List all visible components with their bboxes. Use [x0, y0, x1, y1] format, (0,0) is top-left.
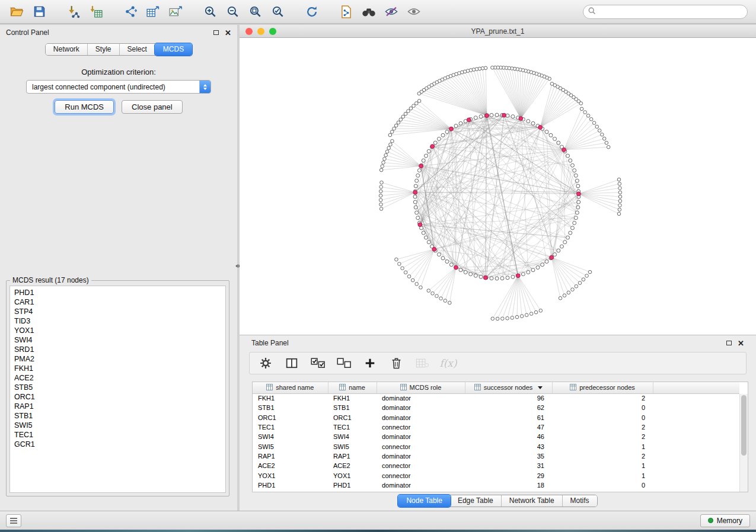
- cell-predecessor-nodes[interactable]: 2: [552, 393, 653, 403]
- table-row[interactable]: FKH1FKH1dominator962: [253, 393, 739, 403]
- close-panel-icon[interactable]: ✕: [225, 29, 231, 37]
- cell-shared-name[interactable]: ORC1: [253, 413, 328, 422]
- cell-predecessor-nodes[interactable]: 1: [552, 461, 653, 470]
- refresh-icon[interactable]: [304, 4, 320, 20]
- mcds-result-item[interactable]: PHD1: [10, 288, 225, 297]
- float-panel-icon[interactable]: [213, 30, 219, 35]
- cell-successor-nodes[interactable]: 96: [465, 393, 552, 403]
- cell-mcds-role[interactable]: dominator: [377, 393, 465, 403]
- hide-selected-icon[interactable]: [383, 4, 400, 20]
- import-table-icon[interactable]: [88, 4, 104, 20]
- cell-shared-name[interactable]: ACE2: [253, 461, 328, 470]
- table-row[interactable]: TEC1TEC1connector472: [253, 422, 739, 432]
- cell-predecessor-nodes[interactable]: 0: [552, 413, 653, 422]
- cell-name[interactable]: PHD1: [328, 480, 377, 490]
- cell-mcds-role[interactable]: dominator: [377, 413, 465, 422]
- zoom-fit-icon[interactable]: [247, 4, 263, 20]
- tab-motifs[interactable]: Motifs: [563, 495, 597, 507]
- cell-successor-nodes[interactable]: 61: [465, 413, 552, 422]
- optimization-select[interactable]: largest connected component (undirected): [26, 80, 211, 94]
- cell-shared-name[interactable]: FKH1: [253, 393, 328, 403]
- cell-successor-nodes[interactable]: 29: [465, 470, 552, 480]
- tab-network-table[interactable]: Network Table: [502, 495, 563, 507]
- delete-column-icon[interactable]: [388, 355, 404, 371]
- close-table-panel-icon[interactable]: ✕: [738, 339, 744, 347]
- cell-mcds-role[interactable]: connector: [377, 422, 465, 432]
- mcds-result-item[interactable]: YOX1: [10, 326, 225, 335]
- cell-mcds-role[interactable]: connector: [377, 461, 465, 470]
- mcds-result-item[interactable]: STB5: [10, 383, 225, 392]
- export-network-icon[interactable]: [122, 4, 139, 20]
- mcds-result-item[interactable]: SWI4: [10, 335, 225, 345]
- show-hidden-icon[interactable]: [406, 4, 422, 20]
- column-header-MCDS-role[interactable]: MCDS role: [377, 382, 465, 393]
- cell-shared-name[interactable]: SWI5: [253, 441, 328, 451]
- zoom-selected-icon[interactable]: [269, 4, 286, 20]
- table-row[interactable]: SWI5SWI5connector431: [253, 441, 739, 451]
- search-input[interactable]: [599, 8, 742, 16]
- cell-predecessor-nodes[interactable]: 2: [552, 432, 653, 441]
- zoom-out-icon[interactable]: [224, 4, 241, 20]
- mcds-result-item[interactable]: SRD1: [10, 345, 225, 354]
- table-row[interactable]: STB1STB1dominator620: [253, 403, 739, 412]
- deselect-all-icon[interactable]: [336, 355, 352, 371]
- cell-mcds-role[interactable]: dominator: [377, 480, 465, 490]
- cell-successor-nodes[interactable]: 31: [465, 461, 552, 470]
- run-mcds-button[interactable]: Run MCDS: [55, 100, 114, 114]
- mcds-result-item[interactable]: ORC1: [10, 392, 225, 402]
- zoom-in-icon[interactable]: [202, 4, 218, 20]
- cell-shared-name[interactable]: SWI4: [253, 432, 328, 441]
- export-table-icon[interactable]: [145, 4, 161, 20]
- cell-shared-name[interactable]: YOX1: [253, 470, 328, 480]
- cell-name[interactable]: RAP1: [328, 451, 377, 461]
- table-row[interactable]: RAP1RAP1dominator352: [253, 451, 739, 461]
- memory-button[interactable]: Memory: [700, 514, 750, 527]
- doc-share-icon[interactable]: [338, 4, 355, 20]
- column-header-shared-name[interactable]: shared name: [253, 382, 328, 393]
- table-row[interactable]: PHD1PHD1dominator180: [253, 480, 739, 490]
- export-image-icon[interactable]: [167, 4, 184, 20]
- mcds-result-item[interactable]: CAR1: [10, 297, 225, 307]
- close-panel-button[interactable]: Close panel: [122, 100, 183, 114]
- mcds-result-list[interactable]: PHD1CAR1STP4TID3YOX1SWI4SRD1PMA2FKH1ACE2…: [9, 286, 226, 493]
- cell-name[interactable]: ACE2: [328, 461, 377, 470]
- cell-successor-nodes[interactable]: 18: [465, 480, 552, 490]
- cell-predecessor-nodes[interactable]: 0: [552, 480, 653, 490]
- cell-successor-nodes[interactable]: 62: [465, 403, 552, 412]
- cell-shared-name[interactable]: TEC1: [253, 422, 328, 432]
- mcds-result-item[interactable]: TEC1: [10, 430, 225, 440]
- mcds-result-item[interactable]: STB1: [10, 411, 225, 421]
- search-box[interactable]: [583, 5, 748, 19]
- close-window-traffic-light[interactable]: [245, 28, 253, 35]
- mcds-result-item[interactable]: TID3: [10, 316, 225, 326]
- cell-predecessor-nodes[interactable]: 1: [552, 470, 653, 480]
- maximize-window-traffic-light[interactable]: [269, 28, 276, 35]
- show-columns-icon[interactable]: [284, 355, 299, 371]
- cell-predecessor-nodes[interactable]: 2: [552, 451, 653, 461]
- cell-name[interactable]: ORC1: [328, 413, 377, 422]
- task-history-button[interactable]: [6, 514, 21, 527]
- search-network-icon[interactable]: [361, 4, 377, 20]
- cell-predecessor-nodes[interactable]: 0: [552, 403, 653, 412]
- cell-mcds-role[interactable]: dominator: [377, 432, 465, 441]
- tab-style[interactable]: Style: [88, 44, 120, 55]
- cell-predecessor-nodes[interactable]: 2: [552, 422, 653, 432]
- table-row[interactable]: YOX1YOX1connector291: [253, 470, 739, 480]
- cell-mcds-role[interactable]: dominator: [377, 403, 465, 412]
- import-network-icon[interactable]: [65, 4, 82, 20]
- column-header-name[interactable]: name: [328, 382, 377, 393]
- column-header-successor-nodes[interactable]: successor nodes: [465, 382, 552, 393]
- tab-node-table[interactable]: Node Table: [398, 495, 451, 507]
- tab-select[interactable]: Select: [120, 44, 155, 55]
- cell-name[interactable]: YOX1: [328, 470, 377, 480]
- column-header-predecessor-nodes[interactable]: predecessor nodes: [552, 382, 653, 393]
- cell-shared-name[interactable]: RAP1: [253, 451, 328, 461]
- cell-mcds-role[interactable]: connector: [377, 441, 465, 451]
- mcds-result-item[interactable]: GCR1: [10, 440, 225, 449]
- network-graph[interactable]: [240, 38, 756, 335]
- cell-mcds-role[interactable]: connector: [377, 470, 465, 480]
- select-all-icon[interactable]: [310, 355, 326, 371]
- table-row[interactable]: ORC1ORC1dominator610: [253, 413, 739, 422]
- cell-successor-nodes[interactable]: 46: [465, 432, 552, 441]
- cell-shared-name[interactable]: PHD1: [253, 480, 328, 490]
